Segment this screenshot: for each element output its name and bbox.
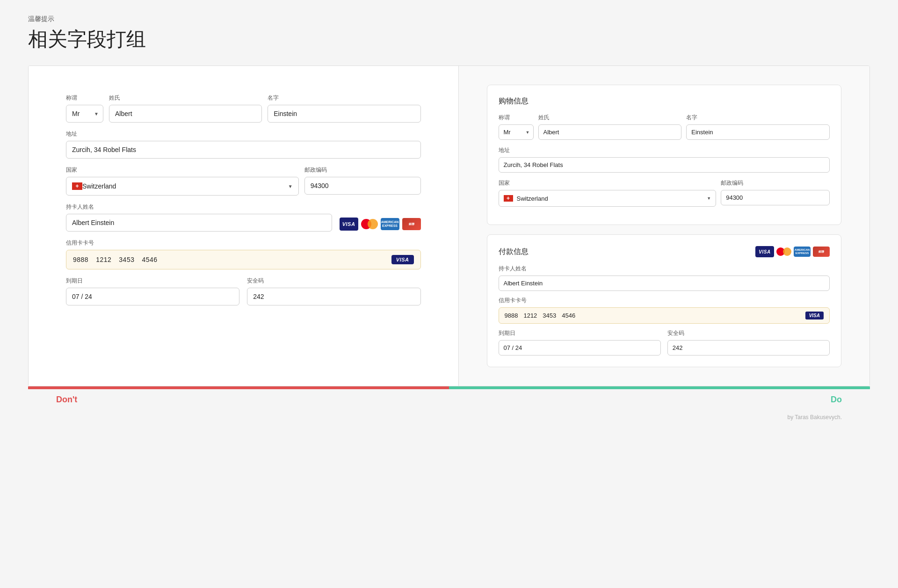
cardholder-input[interactable] [66, 214, 332, 232]
r-zip-label: 邮政编码 [721, 179, 830, 187]
p-mc-icon [776, 247, 791, 257]
p-mc-right [783, 247, 791, 256]
zip-col: 邮政编码 [304, 166, 421, 196]
cvv-col: 安全码 [247, 277, 420, 305]
last-name-input[interactable] [109, 105, 262, 123]
r-country-zip-row: 国家 Switzerland Germany ▼ 邮政编码 [499, 179, 830, 207]
r-country-select[interactable]: Switzerland Germany [517, 195, 705, 202]
expiry-col: 到期日 [66, 277, 239, 305]
p-amex-express: EXPRESS [796, 252, 809, 255]
first-name-input[interactable] [268, 105, 420, 123]
p-expiry-cvv-row: 到期日 安全码 [499, 329, 830, 356]
address-col: 地址 [66, 130, 421, 159]
p-unionpay-icon: 銀聯 [813, 247, 830, 257]
last-name-col: 姓氏 [109, 94, 262, 123]
r-first-label: 名字 [686, 114, 830, 122]
r-title-select[interactable]: Mr Ms [499, 124, 534, 140]
last-name-label: 姓氏 [109, 94, 262, 102]
r-title-select-wrapper: Mr Ms ▼ [499, 124, 534, 140]
p-cc-wrapper[interactable]: 9888 1212 3453 4546 VISA [499, 307, 830, 324]
p-cardholder-input[interactable] [499, 276, 830, 291]
switzerland-flag-icon [72, 182, 82, 190]
amex-card-icon: AMERICAN EXPRESS [381, 218, 399, 230]
dont-label: Don't [28, 389, 449, 410]
address-input[interactable] [66, 141, 421, 159]
p-visa-badge: VISA [805, 312, 824, 319]
r-zip-col: 邮政编码 [721, 179, 830, 207]
page-title: 相关字段打组 [28, 26, 870, 52]
zip-input[interactable] [304, 177, 421, 195]
unionpay-text: 銀聯 [409, 222, 414, 226]
shopping-info-card: 购物信息 称谓 Mr Ms ▼ 姓氏 [487, 85, 842, 225]
country-label: 国家 [66, 166, 299, 174]
r-country-arrow-icon: ▼ [707, 196, 711, 201]
title-col: 称谓 Mr Ms Dr ▼ [66, 94, 103, 123]
tip-label: 温馨提示 [28, 15, 870, 23]
payment-card-icons: VISA AMERICAN EXPRESS 銀聯 [755, 246, 830, 257]
right-panel: 购物信息 称谓 Mr Ms ▼ 姓氏 [459, 66, 870, 386]
p-cardholder-label: 持卡人姓名 [499, 265, 830, 273]
title-select[interactable]: Mr Ms Dr [66, 105, 103, 123]
r-title-label: 称谓 [499, 114, 534, 122]
r-address-input[interactable] [499, 157, 830, 173]
title-label: 称谓 [66, 94, 103, 102]
do-bar-indicator [449, 386, 870, 389]
p-amex-icon: AMERICAN EXPRESS [794, 247, 811, 257]
address-label: 地址 [66, 130, 421, 138]
p-cc-1: 9888 [505, 312, 518, 319]
p-cvv-label: 安全码 [667, 329, 830, 337]
payment-card-title: 付款信息 [499, 247, 529, 257]
cc-group-1: 9888 [73, 256, 88, 263]
payment-info-card: 付款信息 VISA AMERICAN EXPRESS 銀聯 [487, 234, 842, 367]
r-first-col: 名字 [686, 114, 830, 140]
r-country-col: 国家 Switzerland Germany ▼ [499, 179, 717, 207]
p-expiry-input[interactable] [499, 340, 661, 356]
r-title-col: 称谓 Mr Ms ▼ [499, 114, 534, 140]
expiry-cvv-row: 到期日 安全码 [66, 277, 421, 305]
cvv-label: 安全码 [247, 277, 420, 285]
left-panel: 称谓 Mr Ms Dr ▼ 姓氏 名字 [29, 66, 459, 386]
expiry-input[interactable] [66, 288, 239, 305]
r-last-label: 姓氏 [538, 114, 682, 122]
country-arrow-icon: ▼ [288, 184, 293, 189]
r-address-label: 地址 [499, 146, 830, 154]
cc-number-label: 信用卡卡号 [66, 239, 421, 247]
cc-group-2: 1212 [96, 256, 111, 263]
first-name-col: 名字 [268, 94, 420, 123]
r-zip-input[interactable] [721, 190, 830, 205]
r-first-input[interactable] [686, 124, 830, 140]
page-container: 温馨提示 相关字段打组 称谓 Mr Ms Dr ▼ [0, 0, 898, 452]
payment-card-header: 付款信息 VISA AMERICAN EXPRESS 銀聯 [499, 246, 830, 257]
cvv-input[interactable] [247, 288, 420, 305]
cardholder-label: 持卡人姓名 [66, 203, 332, 211]
bottom-bar [28, 386, 870, 389]
p-unionpay-text: 銀聯 [818, 250, 824, 254]
attribution: by Taras Bakusevych. [28, 410, 870, 424]
name-row: 称谓 Mr Ms Dr ▼ 姓氏 名字 [66, 94, 421, 123]
p-cc-4: 4546 [562, 312, 575, 319]
cc-group-3: 3453 [119, 256, 134, 263]
cardholder-row: 持卡人姓名 VISA AMERICAN EXPRESS 銀聯 [66, 203, 421, 232]
r-last-input[interactable] [538, 124, 682, 140]
do-label: Do [449, 389, 870, 410]
p-cc-numbers: 9888 1212 3453 4546 [505, 312, 576, 319]
zip-label: 邮政编码 [304, 166, 421, 174]
country-select-wrapper: Switzerland Germany France ▼ [66, 177, 299, 196]
p-cvv-input[interactable] [667, 340, 830, 356]
p-visa-icon: VISA [755, 246, 774, 257]
amex-express-text: EXPRESS [382, 224, 398, 228]
r-country-wrapper: Switzerland Germany ▼ [499, 190, 717, 207]
cc-group-4: 4546 [142, 256, 157, 263]
p-expiry-col: 到期日 [499, 329, 661, 356]
cc-numbers: 9888 1212 3453 4546 [73, 256, 158, 263]
r-country-label: 国家 [499, 179, 717, 187]
first-name-label: 名字 [268, 94, 420, 102]
p-cc-label: 信用卡卡号 [499, 297, 830, 305]
r-name-row: 称谓 Mr Ms ▼ 姓氏 名字 [499, 114, 830, 140]
country-select[interactable]: Switzerland Germany France [82, 182, 286, 190]
country-col: 国家 Switzerland Germany France ▼ [66, 166, 299, 196]
labels-row: Don't Do [28, 389, 870, 410]
dont-bar-indicator [28, 386, 449, 389]
cc-visa-badge: VISA [391, 255, 414, 264]
cc-field-wrapper[interactable]: 9888 1212 3453 4546 VISA [66, 250, 421, 269]
